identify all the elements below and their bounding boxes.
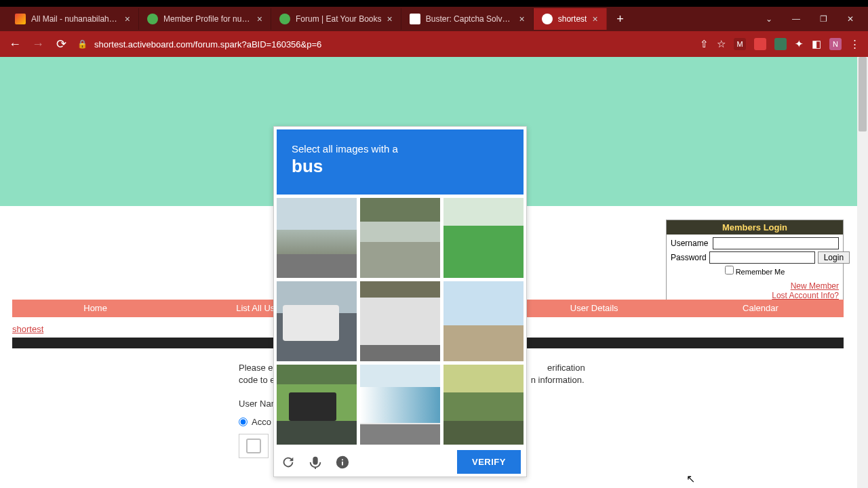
login-header: Members Login (667, 220, 843, 235)
lock-icon: 🔒 (77, 39, 87, 49)
new-member-link[interactable]: New Member (671, 281, 839, 291)
close-icon[interactable]: × (592, 14, 597, 24)
recaptcha-tile-2[interactable] (360, 198, 440, 278)
new-tab-button[interactable]: + (611, 9, 630, 28)
tab-gmail[interactable]: All Mail - nuhanabilahhaik@ × (7, 8, 139, 30)
recaptcha-tile-5[interactable] (360, 281, 440, 361)
recaptcha-tile-7[interactable] (277, 365, 357, 445)
forward-button[interactable]: → (31, 37, 45, 52)
tab-label: Forum | Eat Your Books (296, 14, 382, 24)
extension-pin-icon[interactable] (754, 38, 766, 50)
recaptcha-tile-4[interactable] (277, 281, 357, 361)
close-icon[interactable]: × (519, 14, 525, 24)
tab-label: Buster: Captcha Solver for H (426, 14, 514, 24)
site-icon (147, 14, 158, 24)
username-label: Username (671, 239, 710, 248)
window-dropdown[interactable]: ⌄ (762, 14, 776, 24)
menu-icon[interactable]: ⋮ (850, 38, 860, 50)
login-button[interactable]: Login (818, 251, 850, 264)
close-icon[interactable]: × (257, 14, 262, 24)
close-icon[interactable]: × (387, 14, 393, 24)
password-input[interactable] (709, 251, 815, 264)
recaptcha-challenge: Select all images with a bus (273, 126, 527, 477)
sidepanel-icon[interactable]: ◧ (812, 38, 821, 50)
nav-calendar[interactable]: Calendar (677, 300, 844, 317)
window-maximize[interactable]: ❐ (816, 14, 830, 24)
share-icon[interactable]: ⇧ (700, 38, 709, 50)
window-close[interactable]: ✕ (844, 14, 857, 24)
remember-checkbox[interactable] (725, 266, 734, 274)
extensions-icon[interactable]: ✦ (795, 38, 804, 50)
recaptcha-checkbox[interactable] (246, 439, 261, 453)
tab-label: Member Profile for nuhanab (163, 14, 252, 24)
recaptcha-reload-icon[interactable] (279, 453, 297, 471)
tab-member-profile[interactable]: Member Profile for nuhanab × (139, 8, 271, 30)
gmail-icon (15, 14, 26, 24)
recaptcha-info-icon[interactable] (334, 453, 351, 471)
browser-tab-bar: All Mail - nuhanabilahhaik@ × Member Pro… (0, 7, 868, 31)
recaptcha-checkbox-box[interactable] (239, 434, 269, 458)
reload-button[interactable]: ⟳ (54, 37, 68, 52)
login-panel: Members Login Username Password Login Re… (666, 220, 844, 304)
recaptcha-tile-9[interactable] (443, 365, 524, 445)
recaptcha-image-grid (277, 198, 524, 445)
url-text: shortest.activeboard.com/forum.spark?aBI… (94, 39, 321, 49)
recaptcha-tile-8[interactable] (360, 365, 440, 445)
recaptcha-tile-6[interactable] (443, 281, 524, 361)
store-icon (410, 14, 420, 24)
extension-green-icon[interactable] (774, 38, 787, 50)
recaptcha-prompt-target: bus (292, 156, 509, 177)
account-label: Acco (252, 417, 271, 427)
recaptcha-audio-icon[interactable] (307, 453, 324, 471)
extension-m-icon[interactable]: M (734, 38, 746, 50)
lost-account-link[interactable]: Lost Account Info? (671, 291, 839, 300)
profile-avatar[interactable]: N (829, 38, 842, 50)
recaptcha-tile-1[interactable] (277, 198, 357, 278)
mouse-cursor: ↖ (686, 472, 695, 485)
nav-user-details[interactable]: User Details (511, 300, 677, 317)
bookmark-icon[interactable]: ☆ (717, 38, 726, 50)
breadcrumb: shortest (12, 324, 43, 334)
address-bar[interactable]: 🔒 shortest.activeboard.com/forum.spark?a… (77, 39, 690, 49)
browser-toolbar: ← → ⟳ 🔒 shortest.activeboard.com/forum.s… (0, 31, 868, 57)
tab-shortest[interactable]: shortest × (534, 8, 607, 30)
tab-buster[interactable]: Buster: Captcha Solver for H × (401, 8, 534, 30)
nav-home[interactable]: Home (12, 300, 178, 317)
window-minimize[interactable]: — (789, 14, 803, 24)
tab-label: All Mail - nuhanabilahhaik@ (31, 14, 119, 24)
remember-label: Remember Me (736, 268, 785, 276)
tab-forum[interactable]: Forum | Eat Your Books × (271, 8, 401, 30)
close-icon[interactable]: × (125, 14, 130, 24)
recaptcha-verify-button[interactable]: VERIFY (457, 450, 521, 474)
recaptcha-tile-3[interactable] (443, 198, 524, 278)
tab-label: shortest (558, 14, 587, 24)
recaptcha-prompt-small: Select all images with a (292, 143, 509, 155)
account-radio[interactable] (239, 418, 248, 426)
breadcrumb-link[interactable]: shortest (12, 324, 43, 334)
globe-icon (542, 14, 553, 24)
page-scrollbar[interactable] (857, 57, 868, 488)
scrollbar-thumb[interactable] (859, 57, 867, 131)
site-icon (279, 14, 290, 24)
back-button[interactable]: ← (8, 37, 22, 52)
recaptcha-header: Select all images with a bus (277, 129, 524, 195)
password-label: Password (671, 253, 707, 262)
username-input[interactable] (713, 237, 839, 249)
